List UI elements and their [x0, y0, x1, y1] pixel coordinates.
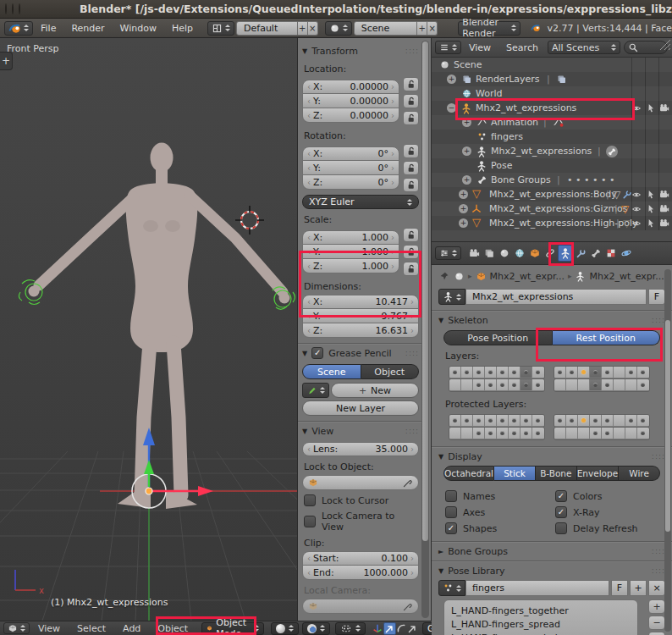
translate-manipulator-button[interactable]	[383, 622, 396, 635]
layer-toggle-cell[interactable]	[532, 367, 544, 378]
expand-caret-icon[interactable]: ►	[438, 548, 443, 555]
layer-toggle-cell[interactable]	[566, 415, 578, 427]
scale-y-field[interactable]: ‹Y:1.000›	[302, 245, 399, 259]
mode-bbone-button[interactable]: B-Bone	[536, 466, 577, 481]
panel-grip-icon[interactable]: ::::	[652, 566, 665, 575]
mode-octahedral-button[interactable]: Octahedral	[443, 466, 494, 481]
render-visibility-camera-icon[interactable]	[658, 102, 670, 113]
bone-groups-panel-header[interactable]: ► Bone Groups ::::	[432, 544, 672, 559]
layer-toggle-cell[interactable]	[521, 379, 532, 391]
tab-modifiers[interactable]	[573, 245, 587, 262]
selectable-pointer-icon[interactable]	[646, 203, 658, 213]
layer-toggle-cell[interactable]	[461, 379, 473, 391]
mesh-data-icon[interactable]: ▽	[623, 218, 631, 229]
layer-toggle-cell[interactable]	[614, 415, 625, 427]
mesh-data-icon[interactable]: ▽	[621, 203, 629, 215]
toolshelf-open-tab[interactable]: +	[0, 52, 13, 70]
outliner-row-armature-data[interactable]: + Mhx2_wt_expressions |	[432, 144, 672, 158]
apply-pose-button[interactable]	[648, 632, 665, 635]
delay-refresh-checkbox[interactable]	[555, 522, 567, 534]
panel-grip-icon[interactable]: ::::	[405, 349, 419, 357]
layer-toggle-cell[interactable]	[602, 428, 614, 439]
cursor-3d[interactable]	[235, 206, 264, 235]
outliner-row-bone-groups[interactable]: + Bone Groups | • • • • • •	[432, 173, 672, 187]
layer-toggle-cell[interactable]	[485, 367, 497, 378]
names-checkbox[interactable]	[445, 490, 457, 502]
layer-toggle-cell[interactable]	[625, 367, 637, 378]
screen-layout-icon-button[interactable]	[207, 21, 234, 36]
outliner-row-gizmos[interactable]: + Mhx2_wt_expressions:Gizmos | ▽	[432, 202, 672, 216]
scene-add-button[interactable]: +	[417, 21, 427, 36]
editor-type-dropdown-3dview[interactable]	[3, 622, 30, 634]
collapse-icon[interactable]: −	[447, 103, 456, 113]
layer-toggle-cell[interactable]	[449, 367, 461, 378]
layer-toggle-cell[interactable]	[461, 415, 473, 427]
pose-library-panel-header[interactable]: ▼ Pose Library ::::	[432, 563, 672, 578]
rotation-y-field[interactable]: ‹Y:0°›	[302, 161, 399, 175]
tab-render[interactable]	[466, 245, 481, 262]
location-y-field[interactable]: ‹Y:0.00000›	[302, 94, 399, 108]
expand-icon[interactable]: +	[459, 190, 468, 199]
pin-icon[interactable]	[438, 270, 450, 282]
layer-toggle-cell[interactable]	[509, 367, 521, 378]
outliner-row-highpoly[interactable]: + ▽ Mhx2_wt_expressions:High-poly | ▽	[432, 216, 672, 230]
outliner-row-pose[interactable]: Pose	[432, 158, 672, 173]
eye-icon[interactable]	[631, 103, 642, 113]
transform-panel-header[interactable]: ▼ Transform ::::	[302, 43, 419, 58]
eyedropper-icon[interactable]	[402, 601, 413, 612]
action-dropdown[interactable]	[438, 580, 465, 596]
window-maximize-button[interactable]	[19, 3, 20, 14]
layout-add-button[interactable]: +	[298, 21, 308, 36]
pose-position-button[interactable]: Pose Position	[443, 330, 553, 345]
layer-toggle-cell[interactable]	[521, 367, 532, 378]
layer-toggle-cell[interactable]	[637, 379, 649, 391]
layer-toggle-cell[interactable]	[590, 379, 602, 391]
collapse-caret-icon[interactable]: ▼	[302, 350, 307, 357]
lock-location-x-button[interactable]	[403, 77, 419, 91]
layer-toggle-cell[interactable]	[625, 379, 637, 391]
menu-select[interactable]: Select	[69, 623, 114, 634]
snap-dropdown[interactable]	[335, 622, 366, 635]
layer-toggle-cell[interactable]	[532, 379, 544, 391]
layer-toggle-cell[interactable]	[497, 428, 509, 439]
pose-list-item[interactable]: L_HAND-fingers_spread	[451, 619, 631, 630]
gp-pencil-dropdown[interactable]	[302, 383, 329, 398]
lock-location-y-button[interactable]	[403, 94, 419, 108]
scale-x-field[interactable]: ‹X:1.000›	[302, 230, 399, 245]
window-close-button[interactable]	[5, 3, 7, 14]
fake-user-button[interactable]: F	[648, 289, 665, 305]
outliner-row-world[interactable]: World	[432, 86, 672, 101]
view-panel-header[interactable]: ▼ View ::::	[302, 423, 419, 439]
layer-toggle-cell[interactable]	[554, 379, 566, 391]
layer-toggle-cell[interactable]	[473, 428, 485, 439]
layer-toggle-cell[interactable]	[473, 415, 485, 427]
layer-toggle-cell[interactable]	[625, 415, 637, 427]
layer-toggle-cell[interactable]	[554, 367, 566, 378]
layer-toggle-cell[interactable]	[449, 379, 461, 391]
window-minimize-button[interactable]	[12, 3, 14, 14]
rest-position-button[interactable]: Rest Position	[553, 330, 661, 345]
tab-render-layers[interactable]	[482, 245, 496, 262]
scrollbar-thumb[interactable]	[422, 41, 428, 541]
dimensions-z-field[interactable]: ‹Z:16.631›	[302, 323, 419, 338]
properties-scrollbar[interactable]	[664, 269, 671, 632]
collapse-caret-icon[interactable]: ▼	[438, 317, 443, 324]
scale-manipulator-button[interactable]	[407, 622, 418, 635]
layer-toggle-cell[interactable]	[485, 379, 497, 391]
pose-list[interactable]: L_HAND-fingers_together L_HAND-fingers_s…	[443, 599, 638, 635]
layer-toggle-cell[interactable]	[449, 415, 461, 427]
panel-grip-icon[interactable]: ::::	[652, 452, 665, 461]
tab-armature-data[interactable]	[558, 245, 572, 262]
panel-grip-icon[interactable]: ::::	[405, 427, 419, 435]
eyedropper-icon[interactable]	[402, 478, 413, 489]
pose-list-item[interactable]: L_HAND-fingers_together	[451, 605, 631, 616]
mode-dropdown[interactable]: Object Mode	[201, 622, 264, 635]
collapse-caret-icon[interactable]: ▼	[302, 47, 307, 55]
layer-toggle-cell[interactable]	[578, 367, 590, 378]
datablock-name-field[interactable]: Mhx2_wt_expressions	[465, 289, 647, 305]
layer-toggle-cell[interactable]	[521, 428, 532, 439]
tab-scene[interactable]	[497, 245, 511, 262]
x-axis-arrow[interactable]	[198, 486, 213, 496]
layer-toggle-cell[interactable]	[578, 379, 590, 391]
mode-stick-button[interactable]: Stick	[494, 466, 536, 481]
